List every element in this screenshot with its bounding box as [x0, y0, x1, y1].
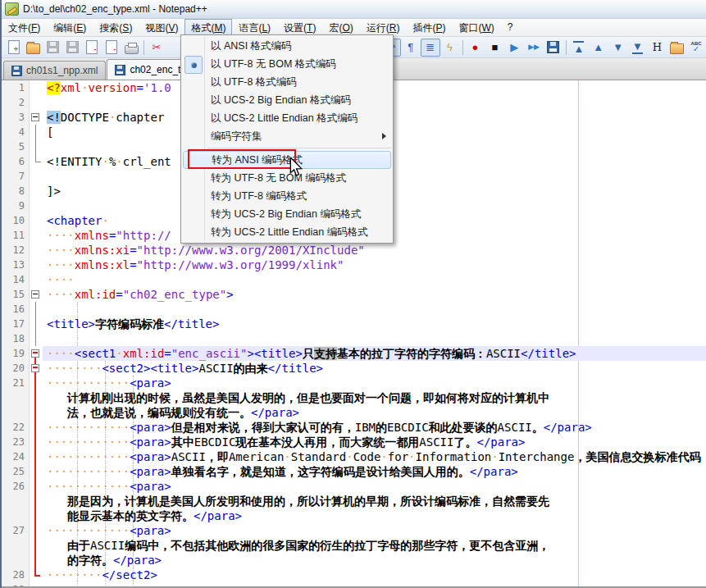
nav-last-icon[interactable]: ▼	[628, 39, 648, 57]
line-number[interactable]	[2, 494, 30, 508]
macro-run-multiple-icon[interactable]: ▶▶	[524, 39, 544, 57]
format-menu-item-1[interactable]: 以 UTF-8 无 BOM 格式编码	[181, 55, 393, 73]
editor-line-22[interactable]: 22············<para>但是相对来说，得到大家认可的有，IBM的…	[2, 420, 706, 435]
export-icon[interactable]	[667, 39, 686, 57]
hex-view-icon[interactable]: H	[647, 39, 667, 57]
line-number[interactable]: 1	[2, 80, 30, 95]
line-number[interactable]: 6	[2, 154, 30, 169]
macro-play-icon[interactable]: ▶	[504, 39, 524, 57]
menubar-item-4[interactable]: 格式(M)	[184, 19, 232, 36]
editor-line-13[interactable]: 13····xmlns:xl="http://www.w3.org/1999/x…	[2, 258, 706, 272]
fold-margin[interactable]	[30, 553, 43, 567]
fold-margin[interactable]	[30, 287, 43, 302]
fold-margin[interactable]	[30, 508, 43, 523]
fold-margin[interactable]	[30, 198, 43, 213]
format-menu-item-4[interactable]: 以 UCS-2 Little Endian 格式编码	[181, 109, 393, 127]
fold-margin[interactable]	[30, 405, 43, 420]
line-number[interactable]: 17	[2, 317, 30, 331]
format-menu-item-9[interactable]: 转为 UTF-8 编码格式	[181, 187, 393, 205]
editor-wrapped-line[interactable]: 那是因为，计算机是美国人所发明和使用的，所以计算机的早期，所设计编码标准，自然需…	[2, 494, 706, 508]
line-number[interactable]: 10	[2, 213, 30, 228]
editor-line-24[interactable]: 24············<para>ASCII，即American·Stan…	[2, 449, 706, 464]
macro-save-icon[interactable]	[544, 39, 563, 57]
editor-line-26[interactable]: 26············<para>	[2, 479, 706, 494]
menubar-item-6[interactable]: 设置(T)	[277, 19, 322, 36]
fold-margin[interactable]	[30, 390, 43, 405]
line-number[interactable]: 15	[2, 287, 30, 302]
nav-next-icon[interactable]: ▼	[608, 39, 628, 57]
editor-line-25[interactable]: 25············<para>单独看名字，就是知道，这字符编码是设计给…	[2, 464, 706, 479]
format-menu-item-2[interactable]: 以 UTF-8 格式编码	[181, 73, 393, 91]
line-number[interactable]: 22	[2, 420, 30, 435]
new-file-icon[interactable]: +	[4, 39, 24, 57]
fold-margin[interactable]	[30, 139, 43, 154]
fold-margin[interactable]	[30, 317, 43, 331]
fold-margin[interactable]	[30, 243, 43, 258]
editor-wrapped-line[interactable]: 由于ASCII编码中，不包括其他欧洲的很多国家的衍生的拉丁字母的那些字符，更不包…	[2, 538, 706, 553]
fold-margin[interactable]	[30, 184, 43, 198]
line-number[interactable]: 14	[2, 272, 30, 287]
fold-margin[interactable]	[30, 420, 43, 435]
menubar-item-1[interactable]: 编辑(E)	[47, 19, 93, 36]
macro-record-icon[interactable]: ●	[466, 39, 485, 57]
line-number[interactable]	[2, 553, 30, 567]
line-number[interactable]	[2, 390, 30, 405]
line-number[interactable]: 8	[2, 184, 30, 198]
line-number[interactable]: 16	[2, 302, 30, 317]
editor-line-18[interactable]: 18	[2, 331, 706, 346]
editor-line-16[interactable]: 16	[2, 302, 706, 317]
menubar-item-7[interactable]: 宏(O)	[322, 19, 359, 36]
editor-wrapped-line[interactable]: 计算机刚出现的时候，虽然是美国人发明的，但是也要面对一个问题，即如何将对应的计算…	[2, 390, 706, 405]
close-file-icon[interactable]: -	[83, 39, 102, 57]
menubar-item-0[interactable]: 文件(F)	[2, 19, 47, 36]
format-menu-item-11[interactable]: 转为 UCS-2 Little Endian 编码格式	[181, 223, 393, 241]
line-number[interactable]	[2, 508, 30, 523]
menubar-item-3[interactable]: 视图(V)	[139, 19, 184, 36]
fold-margin[interactable]	[30, 110, 43, 125]
editor-line-23[interactable]: 23············<para>其中EBCDIC现在基本没人再用，而大家…	[2, 435, 706, 449]
fold-margin[interactable]	[30, 331, 43, 346]
editor-line-20[interactable]: 20········<sect2><title>ASCII的由来</title>	[2, 361, 706, 376]
format-menu-item-5[interactable]: 编码字符集	[181, 127, 393, 145]
editor-line-27[interactable]: 27············<para>	[2, 523, 706, 538]
menubar-item-5[interactable]: 语言(L)	[232, 19, 277, 36]
line-number[interactable]: 26	[2, 479, 30, 494]
format-menu-item-3[interactable]: 以 UCS-2 Big Endian 格式编码	[181, 91, 393, 109]
editor-line-14[interactable]: 14····	[2, 272, 706, 287]
spell-check-icon[interactable]: ABC✓	[686, 39, 706, 57]
fold-margin[interactable]	[30, 435, 43, 449]
format-menu-item-7[interactable]: 转为 ANSI 编码格式	[183, 151, 391, 169]
fold-margin[interactable]	[30, 154, 43, 169]
fold-margin[interactable]	[30, 228, 43, 243]
editor-line-12[interactable]: 12····xmlns:xi="http://www.w3.org/2001/X…	[2, 243, 706, 258]
fold-margin[interactable]	[30, 464, 43, 479]
fold-margin[interactable]	[30, 258, 43, 272]
line-number[interactable]: 5	[2, 139, 30, 154]
fold-margin[interactable]	[30, 169, 43, 184]
line-number[interactable]: 28	[2, 567, 30, 582]
indent-guide-icon[interactable]: ≣	[421, 39, 440, 57]
line-number[interactable]	[2, 538, 30, 553]
editor-wrapped-line[interactable]: 法，也就是说，编码规则没有统一。</para>	[2, 405, 706, 420]
line-number[interactable]: 21	[2, 376, 30, 390]
line-number[interactable]: 11	[2, 228, 30, 243]
editor-line-21[interactable]: 21············<para>	[2, 376, 706, 390]
line-number[interactable]: 9	[2, 198, 30, 213]
menubar-item-10[interactable]: 窗口(W)	[452, 19, 500, 36]
fold-margin[interactable]	[30, 125, 43, 139]
nav-prev-icon[interactable]: ▲	[589, 39, 608, 57]
line-number[interactable]: 19	[2, 346, 30, 361]
line-number[interactable]: 24	[2, 449, 30, 464]
fold-margin[interactable]	[30, 272, 43, 287]
menubar-item-9[interactable]: 插件(P)	[406, 19, 452, 36]
fold-margin[interactable]	[30, 80, 43, 95]
fold-margin[interactable]	[30, 567, 43, 582]
menubar-item-11[interactable]: ?	[501, 19, 520, 36]
line-number[interactable]	[2, 405, 30, 420]
line-number[interactable]: 3	[2, 110, 30, 125]
editor-line-19[interactable]: 19····<sect1·xml:id="enc_ascii"><title>只…	[2, 346, 706, 361]
editor-line-17[interactable]: 17<title>字符编码标准</title>	[2, 317, 706, 331]
line-number[interactable]: 2	[2, 95, 30, 110]
fold-margin[interactable]	[30, 213, 43, 228]
line-number[interactable]: 23	[2, 435, 30, 449]
